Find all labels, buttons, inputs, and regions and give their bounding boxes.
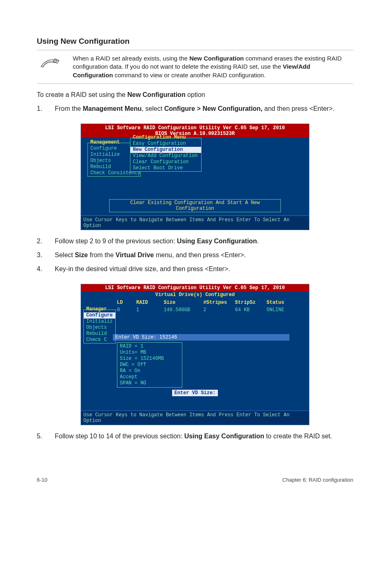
bios1-cfg-items: Easy ConfigurationNew ConfigurationView/…	[130, 141, 201, 171]
bios-screenshot-2: LSI Software RAID Configuration Utility …	[81, 284, 309, 425]
bios1-footer: Use Cursor Keys to Navigate Between Item…	[83, 217, 289, 229]
bios2-col-status: Status	[267, 300, 295, 305]
bios2-title2: Virtual Drive(s) Configured	[155, 292, 235, 298]
step-list-3: 5.Follow step 10 to 14 of the previous s…	[37, 432, 353, 443]
list-item: 2.Follow step 2 to 9 of the previous sec…	[37, 237, 353, 248]
bios2-side-item: Initializ	[84, 319, 115, 325]
bios2-title1: LSI Software RAID Configuration Utility …	[105, 285, 285, 291]
lead-paragraph: To create a RAID set using the New Confi…	[37, 91, 353, 99]
bios2-settings-panel: RAID = 1Units= MBSize = 152146MBDWC = Of…	[117, 342, 182, 388]
bios2-side-item: Rebuild	[84, 331, 115, 337]
list-item: 5.Follow step 10 to 14 of the previous s…	[37, 432, 353, 443]
footer-left: 6-10	[37, 477, 47, 483]
bios2-col-size: Size	[164, 300, 200, 305]
bios2-col-stripsz: StripSz	[235, 300, 264, 305]
bios1-config-menu: Configuration Menu Easy ConfigurationNew…	[130, 138, 202, 172]
bios2-prompt: Enter VD Size:	[84, 390, 306, 396]
bios2-side-item: Check C	[84, 337, 115, 343]
bios2-row-ld: 0	[117, 307, 133, 313]
bios2-side-item: Configure	[84, 312, 115, 319]
list-item: 1.From the Management Menu, select Confi…	[37, 104, 353, 116]
bios2-col-ld: LD	[117, 300, 133, 305]
bios1-title1: LSI Software RAID Configuration Utility …	[105, 125, 285, 131]
bios2-input-line: Enter VD Size: 152146	[113, 334, 289, 341]
list-item: 4.Key-in the desired virtual drive size,…	[37, 265, 353, 276]
bios2-side-item: Objects	[84, 325, 115, 331]
note-text: When a RAID set already exists, using th…	[73, 54, 352, 79]
note-block: When a RAID set already exists, using th…	[37, 50, 353, 84]
section-heading: Using New Configuration	[37, 37, 353, 46]
step-list-2: 2.Follow step 2 to 9 of the previous sec…	[37, 237, 353, 276]
bios2-row-raid: 1	[136, 307, 161, 313]
step-list-1: 1.From the Management Menu, select Confi…	[37, 104, 353, 116]
footer-right: Chapter 6: RAID configuration	[282, 477, 353, 483]
page-footer: 6-10 Chapter 6: RAID configuration	[0, 468, 390, 494]
bios2-row-stripes: 2	[204, 307, 232, 313]
bios1-cfg-label: Configuration Menu	[133, 135, 186, 140]
bios-screenshot-1: LSI Software RAID Configuration Utility …	[81, 123, 309, 230]
bios1-status: Clear Existing Configuration And Start A…	[109, 199, 281, 212]
bios2-side-menu: Manager Configure Initializ Objects Rebu…	[83, 310, 116, 343]
bios2-row-status: ONLINE	[267, 307, 295, 313]
bios1-mgmt-label: Management	[90, 139, 120, 145]
note-pencil-icon	[38, 54, 63, 79]
bios2-col-raid: RAID	[136, 300, 161, 305]
bios2-side-item: Manager	[84, 306, 115, 312]
bios2-row-stripsz: 64 KB	[235, 307, 264, 313]
bios2-footer: Use Cursor Keys to Navigate Between Item…	[83, 412, 289, 424]
bios2-row-size: 148.580GB	[164, 307, 200, 313]
list-item: 3.Select Size from the Virtual Drive men…	[37, 251, 353, 262]
bios2-col-stripes: #Stripes	[204, 300, 232, 305]
